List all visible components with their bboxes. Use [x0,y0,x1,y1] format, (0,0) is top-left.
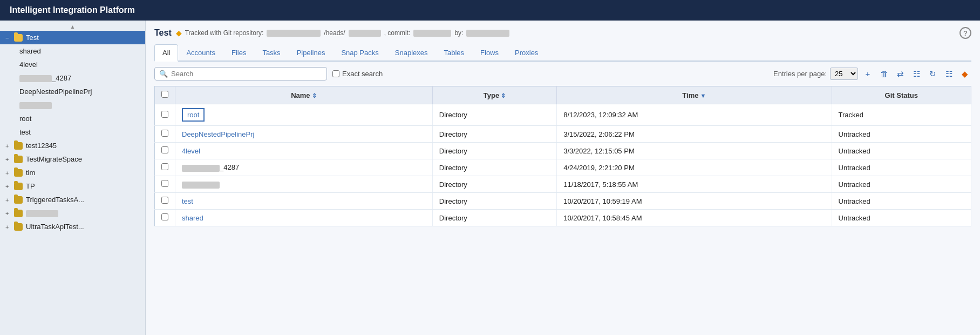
sidebar-item-label: shared [19,47,140,55]
table-row: testDirectory10/20/2017, 10:59:19 AMUntr… [155,193,971,210]
add-button[interactable]: + [861,68,874,81]
sidebar-item-TestMigrateSpace[interactable]: +TestMigrateSpace [0,152,145,166]
tab-flows[interactable]: Flows [472,44,507,61]
sidebar-item-test12345[interactable]: +test12345 [0,139,145,152]
row-name-blurred [182,182,220,189]
row-name[interactable]: root [182,108,205,122]
sidebar-item-tim[interactable]: +tim [0,166,145,179]
search-box[interactable]: 🔍 [154,67,327,81]
row-time-cell: 8/12/2023, 12:09:32 AM [557,104,832,126]
row-git-status-cell: Untracked [832,143,971,159]
table-row: sharedDirectory10/20/2017, 10:58:45 AMUn… [155,210,971,226]
row-checkbox[interactable] [161,111,168,118]
expand-icon[interactable]: + [5,183,13,190]
sidebar-item-TriggeredTasksA[interactable]: +TriggeredTasksA... [0,193,145,206]
expand-icon[interactable]: + [5,210,13,217]
row-time-cell: 3/15/2022, 2:06:22 PM [557,126,832,143]
expand-icon[interactable]: + [5,143,13,149]
app-title: Intelligent Integration Platform [10,5,135,15]
git-user-blurred [466,30,509,37]
sidebar-item-label: Test [26,34,140,42]
sidebar-blurred-text [19,102,52,109]
columns-button[interactable]: ☷ [942,68,955,81]
select-all-checkbox[interactable] [161,91,168,98]
row-checkbox[interactable] [161,163,168,170]
row-checkbox-cell [155,126,175,143]
row-checkbox[interactable] [161,180,168,187]
sidebar-item-label: tim [26,169,140,177]
folder-icon [14,223,23,231]
entries-per-page-label: Entries per page: [773,70,827,78]
entries-per-page-container: Entries per page: 102550100 + 🗑 ⇄ ☷ ↻ ☷ … [773,68,971,81]
help-button[interactable]: ? [959,27,971,39]
tab-pipelines[interactable]: Pipelines [289,44,334,61]
content-header: Test ◆ Tracked with Git repository: /hea… [154,27,971,39]
row-checkbox[interactable] [161,130,168,137]
sidebar-item-PLAT2[interactable] [0,98,145,112]
delete-button[interactable]: 🗑 [877,68,890,81]
tab-files[interactable]: Files [223,44,254,61]
sidebar-item-label: TP [26,182,140,190]
sidebar-item-root[interactable]: root [0,112,145,125]
sidebar-item-label [26,209,140,217]
tab-tasks[interactable]: Tasks [254,44,288,61]
sidebar-item-4level[interactable]: 4level [0,58,145,71]
sidebar-item-shared[interactable]: shared [0,44,145,58]
sidebar-item-testitem[interactable]: test [0,125,145,139]
col-header-name[interactable]: Name ⇕ [175,86,433,104]
tab-all[interactable]: All [154,44,178,62]
tab-tables[interactable]: Tables [435,44,472,61]
git-repo-blurred [267,30,321,37]
refresh-button[interactable]: ⇄ [894,68,907,81]
git-diamond-icon: ◆ [176,29,182,37]
expand-icon[interactable]: + [5,156,13,163]
expand-icon[interactable]: + [5,170,13,176]
tab-accounts[interactable]: Accounts [178,44,223,61]
row-time-cell: 3/3/2022, 12:15:05 PM [557,143,832,159]
data-table: Name ⇕Type ⇕Time ▼Git Status rootDirecto… [154,86,971,226]
entries-per-page-select[interactable]: 102550100 [830,68,858,80]
row-git-status-cell: Untracked [832,159,971,176]
tab-snappacks[interactable]: Snap Packs [333,44,386,61]
row-checkbox-cell [155,193,175,210]
exact-search-checkbox[interactable] [332,70,339,77]
row-checkbox[interactable] [161,197,168,204]
export-button[interactable]: ◆ [958,68,971,81]
reload-button[interactable]: ↻ [926,68,939,81]
row-checkbox[interactable] [161,146,168,153]
sort-arrow-time: ▼ [698,92,706,99]
collapse-icon[interactable]: − [5,35,13,41]
sidebar-item-DeepNestedPipelinePrj[interactable]: DeepNestedPipelinePrj [0,85,145,98]
sidebar-item-blurred4287[interactable]: _4287 [0,71,145,85]
row-checkbox[interactable] [161,213,168,220]
row-name[interactable]: 4level [182,147,200,155]
table-body: rootDirectory8/12/2023, 12:09:32 AMTrack… [155,104,971,226]
tab-proxies[interactable]: Proxies [507,44,546,61]
sidebar-item-TP[interactable]: +TP [0,179,145,193]
row-name-cell: DeepNestedPipelinePrj [175,126,433,143]
sidebar-item-UltraTaskApiTest[interactable]: +UltraTaskApiTest... [0,220,145,233]
tab-snaplexes[interactable]: Snaplexes [387,44,436,61]
row-type-cell: Directory [432,143,556,159]
sidebar-item-test[interactable]: −Test [0,31,145,44]
row-type-cell: Directory [432,210,556,226]
expand-icon[interactable]: + [5,224,13,230]
folder-icon [14,156,23,163]
sidebar: ▲ −Testshared4level _4287DeepNestedPipel… [0,21,146,335]
row-git-status-cell: Untracked [832,126,971,143]
row-name[interactable]: shared [182,214,203,222]
sidebar-item-blurred_org[interactable]: + [0,206,145,220]
row-checkbox-cell [155,104,175,126]
expand-icon[interactable]: + [5,197,13,203]
row-name[interactable]: DeepNestedPipelinePrj [182,130,254,138]
row-time-cell: 4/24/2019, 2:21:20 PM [557,159,832,176]
row-time-cell: 10/20/2017, 10:58:45 AM [557,210,832,226]
sidebar-items-container: −Testshared4level _4287DeepNestedPipelin… [0,31,145,233]
git-tracked-label: Tracked with Git repository: [185,29,264,37]
col-header-type[interactable]: Type ⇕ [432,86,556,104]
row-name[interactable]: test [182,197,193,205]
col-header-time[interactable]: Time ▼ [557,86,832,104]
grid-button[interactable]: ☷ [910,68,923,81]
search-input[interactable] [171,70,322,78]
sidebar-item-label: root [19,115,140,123]
